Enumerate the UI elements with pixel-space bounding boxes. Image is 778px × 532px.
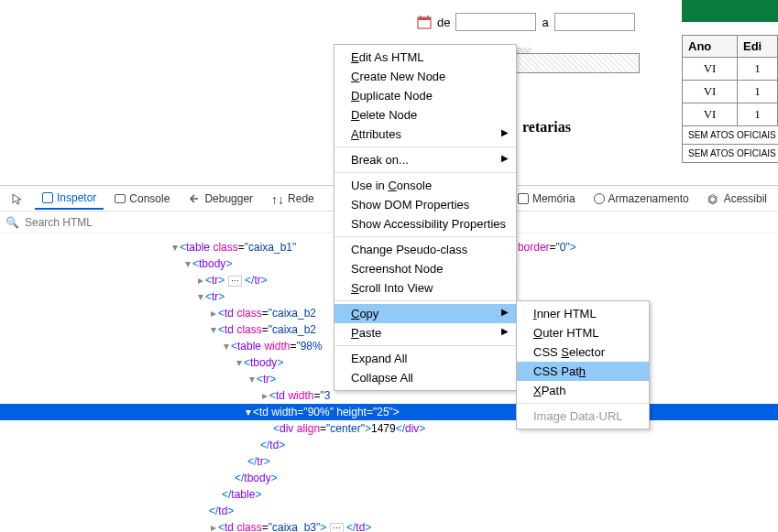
search-button[interactable]: [682, 0, 778, 22]
ctx-screenshot[interactable]: Screenshot Node: [334, 259, 516, 278]
network-icon: ↑↓: [271, 192, 284, 205]
ctx-duplicate[interactable]: Duplicate Node: [334, 86, 516, 105]
svg-rect-2: [420, 16, 422, 18]
label-a: a: [542, 16, 548, 29]
tab-armazenamento[interactable]: Armazenamento: [586, 189, 696, 209]
tab-console[interactable]: Console: [107, 189, 177, 209]
date-from-input[interactable]: [455, 13, 536, 31]
ctx-outer-html[interactable]: Outer HTML: [517, 323, 649, 342]
ctx-create-node[interactable]: Create New Node: [334, 67, 516, 86]
tab-acessibilidade[interactable]: ⏣Acessibil: [700, 189, 774, 209]
selected-dom-node[interactable]: ▾<td width="90%" height="25">: [0, 404, 778, 420]
ctx-paste[interactable]: Paste▶: [334, 323, 516, 342]
ctx-copy[interactable]: Copy▶: [334, 304, 516, 323]
ctx-pseudo[interactable]: Change Pseudo-class: [334, 240, 516, 259]
ctx-css-selector[interactable]: CSS Selector: [517, 342, 649, 362]
col-ano: Ano: [683, 36, 738, 57]
table-row: VI1: [683, 103, 778, 126]
tab-memoria[interactable]: Memória: [510, 189, 583, 209]
calendar-icon: [417, 15, 432, 29]
shaded-cell: [511, 53, 640, 73]
ctx-image-data: Image Data-URL: [517, 407, 649, 426]
chevron-right-icon: ▶: [501, 307, 509, 317]
chevron-right-icon: ▶: [501, 127, 509, 137]
ctx-inner-html[interactable]: Inner HTML: [517, 304, 649, 323]
storage-icon: [594, 193, 605, 204]
console-icon: [115, 194, 126, 203]
ctx-delete[interactable]: Delete Node: [334, 105, 516, 125]
label-de: de: [437, 16, 450, 29]
search-icon: 🔍: [5, 216, 19, 229]
ctx-css-path[interactable]: CSS Path: [517, 362, 649, 381]
pointer-icon: [11, 192, 24, 205]
results-table: Ano Edi VI1 VI1 VI1 SEM ATOS OFICIAIS NE…: [682, 35, 778, 163]
svg-rect-3: [427, 16, 429, 18]
ctx-expand-all[interactable]: Expand All: [334, 349, 516, 368]
context-menu[interactable]: Edit As HTML Create New Node Duplicate N…: [334, 44, 517, 391]
ctx-xpath[interactable]: XPath: [517, 381, 649, 400]
table-row: VI1: [683, 81, 778, 103]
copy-submenu[interactable]: Inner HTML Outer HTML CSS Selector CSS P…: [516, 300, 650, 429]
table-row: SEM ATOS OFICIAIS NE: [683, 145, 778, 163]
col-edi: Edi: [738, 36, 778, 57]
table-row: VI1: [683, 58, 778, 81]
picker-button[interactable]: [4, 189, 31, 209]
inspect-icon: [42, 192, 53, 203]
ctx-show-access[interactable]: Show Accessibility Properties: [334, 214, 516, 233]
tab-inspetor[interactable]: Inspetor: [35, 188, 104, 210]
ctx-collapse-all[interactable]: Collapse All: [334, 368, 516, 387]
tab-debugger[interactable]: Debugger: [181, 189, 260, 209]
ctx-show-dom[interactable]: Show DOM Properties: [334, 195, 516, 214]
accessibility-icon: ⏣: [707, 192, 720, 205]
debugger-icon: [188, 192, 201, 205]
ctx-break-on[interactable]: Break on...▶: [334, 150, 516, 169]
section-heading: retarias: [522, 119, 571, 136]
table-row: SEM ATOS OFICIAIS NE: [683, 126, 778, 145]
memory-icon: [518, 193, 529, 204]
ctx-attributes[interactable]: Attributes▶: [334, 125, 516, 144]
ctx-edit-html[interactable]: Edit As HTML: [334, 48, 516, 67]
chevron-right-icon: ▶: [501, 326, 509, 336]
date-to-input[interactable]: [554, 13, 635, 31]
chevron-right-icon: ▶: [501, 153, 509, 163]
tab-rede[interactable]: ↑↓Rede: [264, 189, 322, 209]
ctx-use-console[interactable]: Use in Console: [334, 176, 516, 195]
ctx-scroll[interactable]: Scroll Into View: [334, 278, 516, 298]
